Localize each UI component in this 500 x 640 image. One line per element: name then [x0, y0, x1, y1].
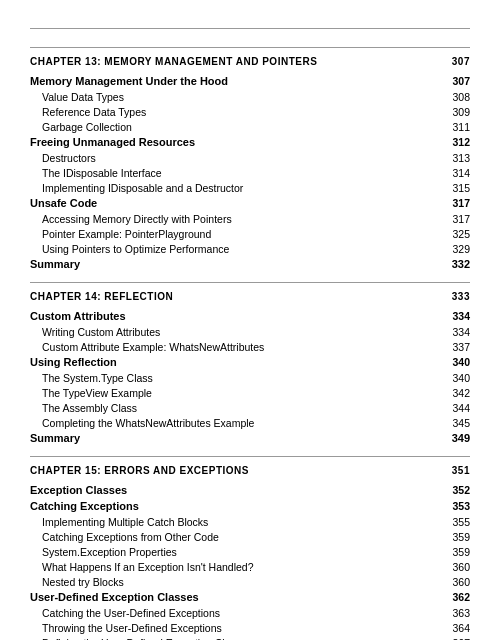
sub-item-2-2-2: Defining the User-Defined Exception Clas…: [30, 635, 470, 640]
summary-row-0-3: Summary332: [30, 256, 470, 272]
sub-item-label: Custom Attribute Example: WhatsNewAttrib…: [42, 341, 452, 353]
sub-item-page: 344: [452, 402, 470, 414]
sub-item-page: 345: [452, 417, 470, 429]
sub-item-2-1-1: Catching Exceptions from Other Code359: [30, 529, 470, 544]
sub-item-label: Completing the WhatsNewAttributes Exampl…: [42, 417, 452, 429]
sub-item-page: 359: [452, 531, 470, 543]
summary-label: Summary: [30, 432, 80, 444]
sub-item-label: Implementing Multiple Catch Blocks: [42, 516, 452, 528]
chapter-page: 333: [452, 291, 470, 302]
sub-item-1-1-2: The Assembly Class344: [30, 400, 470, 415]
section-page: 312: [452, 136, 470, 148]
section-title-0-0: Memory Management Under the Hood307: [30, 73, 470, 89]
sub-item-1-1-0: The System.Type Class340: [30, 370, 470, 385]
sub-item-0-1-1: The IDisposable Interface314: [30, 165, 470, 180]
sub-item-label: What Happens If an Exception Isn't Handl…: [42, 561, 452, 573]
sub-item-page: 355: [452, 516, 470, 528]
section-label: Memory Management Under the Hood: [30, 75, 452, 87]
sub-item-page: 311: [452, 121, 470, 133]
sub-item-page: 337: [452, 341, 470, 353]
sub-item-0-1-0: Destructors313: [30, 150, 470, 165]
sub-item-page: 329: [452, 243, 470, 255]
sub-item-1-1-1: The TypeView Example342: [30, 385, 470, 400]
sub-item-0-2-2: Using Pointers to Optimize Performance32…: [30, 241, 470, 256]
chapter-heading-1: CHAPTER 14: REFLECTION333: [30, 282, 470, 302]
summary-page: 332: [452, 258, 470, 270]
sub-item-0-0-2: Garbage Collection311: [30, 119, 470, 134]
sub-item-page: 313: [452, 152, 470, 164]
sub-item-page: 317: [452, 213, 470, 225]
section-label: Unsafe Code: [30, 197, 452, 209]
section-page: 362: [452, 591, 470, 603]
sub-item-page: 363: [452, 607, 470, 619]
section-label: Catching Exceptions: [30, 500, 452, 512]
section-label: User-Defined Exception Classes: [30, 591, 452, 603]
section-title-0-1: Freeing Unmanaged Resources312: [30, 134, 470, 150]
sub-item-page: 360: [452, 561, 470, 573]
sub-item-1-0-0: Writing Custom Attributes334: [30, 324, 470, 339]
sub-item-2-1-0: Implementing Multiple Catch Blocks355: [30, 514, 470, 529]
sub-item-label: Catching Exceptions from Other Code: [42, 531, 452, 543]
sub-item-page: 359: [452, 546, 470, 558]
chapter-title: CHAPTER 13: MEMORY MANAGEMENT AND POINTE…: [30, 56, 317, 67]
sub-item-page: 364: [452, 622, 470, 634]
chapter-heading-2: CHAPTER 15: ERRORS AND EXCEPTIONS351: [30, 456, 470, 476]
section-page: 334: [452, 310, 470, 322]
sub-item-label: Value Data Types: [42, 91, 452, 103]
summary-page: 349: [452, 432, 470, 444]
sub-item-page: 342: [452, 387, 470, 399]
section-label: Exception Classes: [30, 484, 452, 496]
section-page: 317: [452, 197, 470, 209]
sub-item-label: Accessing Memory Directly with Pointers: [42, 213, 452, 225]
section-title-2-2: User-Defined Exception Classes362: [30, 589, 470, 605]
sub-item-page: 340: [452, 372, 470, 384]
sub-item-page: 360: [452, 576, 470, 588]
sub-item-page: 314: [452, 167, 470, 179]
sub-item-0-0-0: Value Data Types308: [30, 89, 470, 104]
sub-item-0-2-0: Accessing Memory Directly with Pointers3…: [30, 211, 470, 226]
sub-item-2-2-1: Throwing the User-Defined Exceptions364: [30, 620, 470, 635]
sub-item-label: System.Exception Properties: [42, 546, 452, 558]
section-title-0-2: Unsafe Code317: [30, 195, 470, 211]
sub-item-label: The TypeView Example: [42, 387, 452, 399]
sub-item-page: 315: [452, 182, 470, 194]
sub-item-label: Nested try Blocks: [42, 576, 452, 588]
summary-row-1-2: Summary349: [30, 430, 470, 446]
sub-item-2-1-2: System.Exception Properties359: [30, 544, 470, 559]
chapter-page: 307: [452, 56, 470, 67]
sub-item-label: Destructors: [42, 152, 452, 164]
summary-label: Summary: [30, 258, 80, 270]
section-label: Using Reflection: [30, 356, 452, 368]
chapter-heading-0: CHAPTER 13: MEMORY MANAGEMENT AND POINTE…: [30, 47, 470, 67]
chapter-title: CHAPTER 14: REFLECTION: [30, 291, 173, 302]
sub-item-2-2-0: Catching the User-Defined Exceptions363: [30, 605, 470, 620]
section-title-2-0: Exception Classes352: [30, 482, 470, 498]
sub-item-page: 334: [452, 326, 470, 338]
sub-item-label: Catching the User-Defined Exceptions: [42, 607, 452, 619]
sub-item-label: Using Pointers to Optimize Performance: [42, 243, 452, 255]
sub-item-page: 325: [452, 228, 470, 240]
sub-item-label: Defining the User-Defined Exception Clas…: [42, 637, 452, 641]
section-page: 307: [452, 75, 470, 87]
section-page: 353: [452, 500, 470, 512]
sub-item-page: 309: [452, 106, 470, 118]
sub-item-label: Garbage Collection: [42, 121, 452, 133]
sub-item-0-2-1: Pointer Example: PointerPlayground325: [30, 226, 470, 241]
section-title-1-1: Using Reflection340: [30, 354, 470, 370]
sub-item-1-0-1: Custom Attribute Example: WhatsNewAttrib…: [30, 339, 470, 354]
sub-item-2-1-3: What Happens If an Exception Isn't Handl…: [30, 559, 470, 574]
section-title-2-1: Catching Exceptions353: [30, 498, 470, 514]
sub-item-label: Pointer Example: PointerPlayground: [42, 228, 452, 240]
sub-item-label: Reference Data Types: [42, 106, 452, 118]
sub-item-0-0-1: Reference Data Types309: [30, 104, 470, 119]
section-page: 340: [452, 356, 470, 368]
sub-item-page: 367: [452, 637, 470, 641]
sub-item-label: Writing Custom Attributes: [42, 326, 452, 338]
sub-item-label: Throwing the User-Defined Exceptions: [42, 622, 452, 634]
sub-item-label: The Assembly Class: [42, 402, 452, 414]
sub-item-2-1-4: Nested try Blocks360: [30, 574, 470, 589]
sub-item-1-1-3: Completing the WhatsNewAttributes Exampl…: [30, 415, 470, 430]
chapter-page: 351: [452, 465, 470, 476]
section-label: Custom Attributes: [30, 310, 452, 322]
sub-item-label: The IDisposable Interface: [42, 167, 452, 179]
